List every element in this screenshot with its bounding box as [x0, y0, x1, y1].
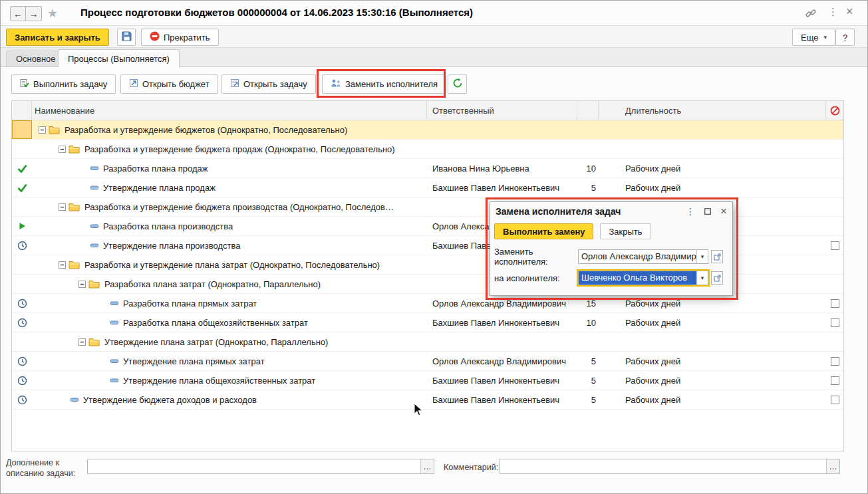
column-header-name[interactable]: Наименование	[32, 101, 427, 120]
table-row[interactable]: Разработка плана прямых затратОрлов Алек…	[12, 294, 843, 313]
comment-field[interactable]: …	[500, 459, 840, 474]
collapse-expander-icon[interactable]	[59, 146, 66, 153]
ellipsis-button[interactable]: …	[420, 459, 434, 473]
column-header-responsible[interactable]: Ответственный	[427, 101, 577, 120]
task-name-cell: Разработка плана прямых затрат	[32, 294, 427, 312]
blocked-flag-cell	[826, 197, 843, 216]
table-row[interactable]: Утверждение плана общехозяйственных затр…	[12, 371, 843, 390]
replace-executor-button[interactable]: Заменить исполнителя	[322, 74, 446, 94]
replace-to-combobox[interactable]: Шевченко Ольга Викторов ▾	[578, 271, 708, 285]
stop-icon	[150, 31, 160, 43]
link-icon[interactable]	[805, 7, 817, 21]
task-description-addition-field[interactable]: …	[87, 459, 434, 474]
collapse-expander-icon[interactable]	[59, 203, 66, 211]
replace-from-open-button[interactable]	[711, 250, 723, 263]
row-checkbox[interactable]	[831, 241, 839, 250]
close-icon[interactable]: ×	[846, 5, 853, 19]
task-name: Утверждение плана затрат (Однократно, Па…	[104, 337, 328, 347]
comment-input[interactable]	[500, 459, 826, 473]
replace-from-label: Заменить исполнителя:	[494, 247, 578, 267]
row-checkbox[interactable]	[831, 299, 839, 308]
status-pending-icon	[12, 236, 32, 255]
responsible-cell: Бахшиев Павел Иннокентьевич	[427, 371, 577, 390]
task-name-cell: Утверждение плана прямых затрат	[32, 352, 427, 370]
blocked-flag-cell	[826, 275, 843, 293]
row-checkbox[interactable]	[831, 357, 839, 366]
task-name-cell: Разработка плана продаж	[32, 159, 427, 178]
replace-from-combobox[interactable]: Орлов Александр Владимирович ▾	[578, 249, 708, 264]
dialog-maximize-icon[interactable]	[704, 208, 711, 215]
stop-process-button[interactable]: Прекратить	[141, 29, 219, 46]
page-title: Процесс подготовки бюджетов 000000004 от…	[80, 7, 473, 18]
back-arrow-icon[interactable]: ←	[10, 6, 26, 21]
table-row[interactable]: Разработка и утверждение бюджета продаж …	[12, 140, 843, 159]
kebab-menu-icon[interactable]: ⋮	[828, 6, 838, 18]
blocked-flag-cell	[826, 332, 843, 351]
table-row[interactable]: Утверждение плана продажБахшиев Павел Ин…	[12, 178, 843, 197]
task-name: Утверждение плана прямых затрат	[123, 356, 265, 366]
column-header-blocked-icon[interactable]	[826, 101, 843, 120]
dialog-titlebar[interactable]: Замена исполнителя задач ⋮ ×	[490, 202, 732, 221]
task-name-cell: Разработка и утверждение плана затрат (О…	[32, 255, 427, 274]
open-task-button[interactable]: Открыть задачу	[221, 74, 316, 94]
task-icon	[90, 185, 98, 190]
collapse-expander-icon[interactable]	[78, 281, 86, 288]
duration-units-cell	[599, 332, 826, 351]
chevron-down-icon[interactable]: ▾	[696, 250, 708, 263]
duration-units-cell	[599, 120, 826, 139]
ellipsis-button[interactable]: …	[826, 459, 839, 473]
column-header-duration[interactable]: Длительность	[599, 101, 826, 120]
refresh-button[interactable]	[448, 74, 467, 94]
save-button[interactable]	[117, 29, 136, 46]
duration-value-cell: 15	[577, 294, 599, 312]
open-task-icon	[230, 78, 239, 90]
folder-icon	[49, 126, 60, 134]
table-row[interactable]: Утверждение плана затрат (Однократно, Па…	[12, 332, 843, 352]
duration-value-cell	[577, 140, 599, 158]
row-checkbox[interactable]	[831, 318, 839, 327]
forward-arrow-icon[interactable]: →	[26, 6, 42, 21]
execute-replace-button[interactable]: Выполнить замену	[494, 223, 593, 239]
blocked-flag-cell	[826, 120, 843, 139]
favorite-star-icon[interactable]: ★	[47, 6, 58, 21]
execute-task-button[interactable]: Выполнить задачу	[11, 74, 116, 94]
replace-to-open-button[interactable]	[711, 271, 723, 285]
status-done-icon	[12, 178, 32, 197]
dialog-buttonbar: Выполнить замену Закрыть	[490, 221, 732, 243]
replace-executor-label: Заменить исполнителя	[345, 79, 438, 89]
collapse-expander-icon[interactable]	[39, 126, 46, 134]
table-row[interactable]: Разработка плана общехозяйственных затра…	[12, 313, 843, 332]
help-button[interactable]: ?	[835, 29, 855, 46]
task-name: Разработка и утверждение бюджета продаж …	[84, 144, 395, 154]
table-row[interactable]: Утверждение бюджета доходов и расходовБа…	[12, 390, 843, 410]
table-row[interactable]: Разработка плана продажИванова Нина Юрье…	[12, 159, 843, 178]
open-budget-button[interactable]: Открыть бюджет	[120, 74, 218, 94]
row-checkbox[interactable]	[831, 376, 839, 385]
task-icon	[110, 359, 118, 364]
more-button[interactable]: Еще▾	[792, 29, 835, 46]
dialog-close-button[interactable]: Закрыть	[600, 223, 651, 239]
task-name-cell: Утверждение бюджета доходов и расходов	[32, 390, 427, 409]
tab-processes[interactable]: Процессы (Выполняется)	[58, 49, 180, 67]
task-icon	[110, 301, 118, 306]
status-pending-icon	[12, 352, 32, 370]
collapse-expander-icon[interactable]	[59, 261, 66, 269]
task-name: Утверждение плана продаж	[103, 183, 216, 193]
row-checkbox[interactable]	[831, 396, 839, 404]
execute-task-label: Выполнить задачу	[33, 79, 107, 89]
collapse-expander-icon[interactable]	[78, 338, 86, 346]
table-row[interactable]: Разработка и утверждение бюджетов (Однок…	[12, 120, 843, 140]
dialog-kebab-icon[interactable]: ⋮	[686, 206, 695, 217]
responsible-cell	[427, 120, 577, 139]
tab-main[interactable]: Основное	[6, 51, 66, 66]
dialog-close-icon[interactable]: ×	[720, 205, 727, 218]
save-and-close-button[interactable]: Записать и закрыть	[6, 29, 109, 46]
duration-value-cell: 5	[577, 352, 599, 370]
responsible-cell	[427, 332, 577, 351]
responsible-cell: Бахшиев Павел Иннокентьевич	[427, 390, 577, 409]
chevron-down-icon[interactable]: ▾	[696, 271, 708, 285]
task-icon	[110, 320, 118, 325]
task-description-addition-input[interactable]	[88, 459, 420, 473]
duration-value-cell: 5	[577, 371, 599, 390]
table-row[interactable]: Утверждение плана прямых затратОрлов Але…	[12, 352, 843, 371]
